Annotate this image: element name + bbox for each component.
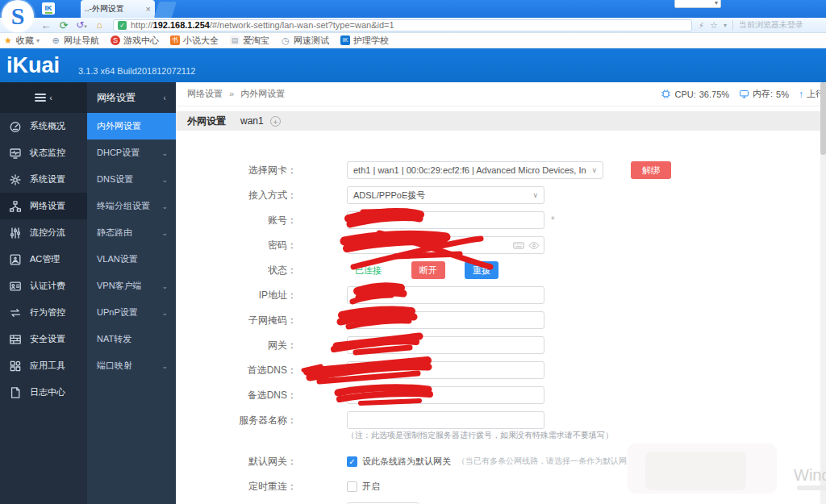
new-tab-area[interactable] <box>154 2 177 18</box>
refresh-icon[interactable]: ⟳ <box>55 19 73 31</box>
bookmark-item[interactable]: S游戏中心 <box>111 35 159 47</box>
bookmark-item[interactable]: ★收藏▾ <box>3 35 40 47</box>
submenu-item-label: DNS设置 <box>97 173 133 185</box>
submenu-item-label: 静态路由 <box>97 227 132 239</box>
chevron-down-icon: ⌄ <box>161 309 168 317</box>
keyboard-icon[interactable] <box>513 240 524 251</box>
chevron-down-icon: ⌄ <box>161 149 168 157</box>
bookmark-item[interactable]: ▤爱淘宝 <box>230 35 269 47</box>
login-hint[interactable]: 当前浏览器未登录 <box>739 19 803 31</box>
field-row-nic: 选择网卡： eth1 | wan1 | 00:0c:29:ecf2:f6 | A… <box>176 161 826 179</box>
ip-input[interactable] <box>347 286 544 304</box>
server-name-input[interactable] <box>347 411 544 429</box>
sidebar-item-security[interactable]: 安全设置 <box>0 326 87 352</box>
titlebar-dropdown[interactable]: ▾ <box>674 0 721 8</box>
server-note: （注：此选项是强制指定服务器进行拨号，如果没有特殊需求请不要填写） <box>347 430 826 441</box>
submenu-item[interactable]: DHCP设置⌄ <box>87 140 176 166</box>
url-text: http://192.168.1.254/#/network-setting/l… <box>131 20 394 30</box>
password-input[interactable] <box>347 236 544 254</box>
sidebar-item-ac[interactable]: AC管理 <box>0 246 87 273</box>
submenu-item[interactable]: 终端分组设置⌄ <box>87 193 176 219</box>
traffic-icon <box>9 227 22 240</box>
sidebar-item-label: 系统概况 <box>30 120 65 132</box>
home-icon[interactable]: ⌂ <box>90 19 108 31</box>
page-icon: ▤ <box>230 35 240 45</box>
favorite-star-icon[interactable]: ☆ <box>710 20 718 31</box>
submenu-item-label: UPnP设置 <box>97 306 138 319</box>
sidebar-item-behavior[interactable]: 行为管控 <box>0 299 87 326</box>
main-content: 网络设置 » 内外网设置 CPU:36.75% 内存:5% ↑ 上行 <box>176 82 826 504</box>
submenu-item[interactable]: DNS设置⌄ <box>87 166 176 193</box>
gear-icon <box>9 173 22 186</box>
dns2-input[interactable] <box>347 386 544 404</box>
submenu-item[interactable]: 端口映射⌄ <box>87 352 176 379</box>
sidebar-item-gear[interactable]: 系统设置 <box>0 166 87 193</box>
nic-select[interactable]: eth1 | wan1 | 00:0c:29:ecf2:f6 | Advance… <box>347 161 603 179</box>
sidebar-item-auth[interactable]: 认证计费 <box>0 273 87 299</box>
submenu-item[interactable]: 静态路由⌄ <box>87 219 176 246</box>
submenu-item[interactable]: VPN客户端⌄ <box>87 273 176 299</box>
sidebar-item-label: 日志中心 <box>30 386 65 398</box>
gateway-input[interactable] <box>347 336 544 354</box>
submenu-item[interactable]: UPnP设置⌄ <box>87 299 176 326</box>
field-row-account: 账号： * <box>176 211 826 229</box>
globe-icon: ⊕ <box>51 35 60 45</box>
sidebar-item-tools[interactable]: 应用工具 <box>0 352 87 379</box>
primary-sidebar: ‹ 系统概况状态监控系统设置网络设置流控分流AC管理认证计费行为管控安全设置应用… <box>0 82 87 504</box>
lightning-icon[interactable]: ⚡ <box>699 21 704 30</box>
submenu-item-label: VPN客户端 <box>97 280 142 292</box>
sidebar-item-network[interactable]: 网络设置 <box>0 193 87 219</box>
browser-toolbar: ← ⟳ ↺▾ ⌂ ✓ http://192.168.1.254/#/networ… <box>0 18 826 33</box>
chevron-down-icon[interactable]: ▾ <box>724 22 727 29</box>
chevron-down-icon: ⌄ <box>161 202 168 210</box>
chevron-down-icon: ▾ <box>36 37 40 44</box>
bookmark-item[interactable]: IK护理学校 <box>340 35 389 47</box>
timed-reconnect-checkbox[interactable] <box>347 481 357 492</box>
sidebar-item-label: 安全设置 <box>30 333 65 345</box>
sidebar-collapse-button[interactable]: ‹ <box>0 82 87 113</box>
breadcrumb-network[interactable]: 网络设置 <box>187 89 223 98</box>
dns1-input[interactable] <box>347 361 544 379</box>
submenu-item[interactable]: NAT转发 <box>87 326 176 352</box>
browser-logo[interactable]: S <box>2 0 34 32</box>
address-bar[interactable]: ✓ http://192.168.1.254/#/network-setting… <box>113 19 692 31</box>
field-row-access: 接入方式： ADSL/PPPoE拨号 ∨ <box>176 186 826 204</box>
account-input[interactable] <box>347 211 544 229</box>
sidebar-item-label: 系统设置 <box>30 173 65 185</box>
game-icon: S <box>111 35 120 45</box>
disconnect-button[interactable]: 断开 <box>411 261 445 279</box>
sidebar-item-label: AC管理 <box>30 253 60 265</box>
back-icon[interactable]: ← <box>37 19 55 31</box>
bookmark-item[interactable]: ⊕网址导航 <box>51 35 99 47</box>
submenu-header[interactable]: 网络设置 ‹ <box>87 82 176 113</box>
scrollbar-thumb[interactable] <box>820 82 826 155</box>
sidebar-item-traffic[interactable]: 流控分流 <box>0 219 87 246</box>
default-gateway-checkbox[interactable]: ✓ <box>347 456 357 467</box>
sidebar-item-log[interactable]: 日志中心 <box>0 379 87 406</box>
bookmark-label: 网速测试 <box>294 35 329 47</box>
bookmarks-bar: ★收藏▾⊕网址导航S游戏中心书小说大全▤爱淘宝◷网速测试IK护理学校 <box>0 33 826 48</box>
bookmark-item[interactable]: 书小说大全 <box>170 35 219 47</box>
access-mode-select[interactable]: ADSL/PPPoE拨号 ∨ <box>347 186 544 204</box>
undo-icon[interactable]: ↺▾ <box>73 19 90 31</box>
tab-wan1[interactable]: wan1 <box>240 115 264 127</box>
watermark-subline <box>797 485 826 490</box>
add-wan-icon[interactable]: ＋ <box>270 116 281 127</box>
bookmark-item[interactable]: ◷网速测试 <box>281 35 329 47</box>
sidebar-item-label: 网络设置 <box>30 200 65 212</box>
browser-tab[interactable]: ..-外网设置 × <box>81 0 155 18</box>
security-icon <box>9 333 22 346</box>
auth-icon <box>9 280 22 293</box>
field-row-status: 状态： 已连接 断开 重拨 <box>176 261 826 279</box>
redial-button[interactable]: 重拨 <box>465 261 499 279</box>
tab-close-icon[interactable]: × <box>146 4 151 14</box>
mask-input[interactable] <box>347 311 544 329</box>
eye-icon[interactable] <box>528 240 540 251</box>
sidebar-item-gauge[interactable]: 系统概况 <box>0 113 87 140</box>
sidebar-item-monitor[interactable]: 状态监控 <box>0 140 87 166</box>
submenu-item[interactable]: VLAN设置 <box>87 246 176 273</box>
sidebar-item-label: 行为管控 <box>30 306 65 319</box>
submenu-item[interactable]: 内外网设置 <box>87 113 176 140</box>
unbind-button[interactable]: 解绑 <box>631 161 671 179</box>
field-row-ip: IP地址： <box>176 286 826 304</box>
